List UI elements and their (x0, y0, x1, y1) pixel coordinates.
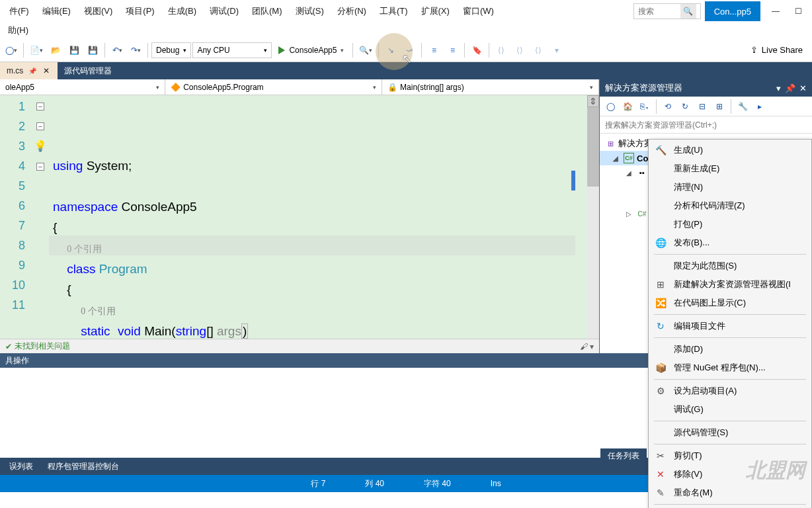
ctx-debug[interactable]: 调试(G) (649, 400, 811, 419)
solution-search[interactable] (600, 116, 812, 134)
menu-test[interactable]: 测试(S) (289, 1, 331, 21)
sln-back-button[interactable]: ◯ (602, 99, 618, 114)
fold-toggle[interactable]: − (36, 122, 44, 130)
menu-tools[interactable]: 工具(T) (373, 1, 415, 21)
ctx-codemap[interactable]: 🔀在代码图上显示(C) (649, 294, 811, 312)
save-button[interactable]: 💾 (65, 42, 83, 59)
editor-status-bar: ✔ 未找到相关问题 🖌 ▾ (0, 339, 599, 353)
maximize-button[interactable]: ☐ (787, 1, 809, 21)
ctx-publish[interactable]: 🌐发布(B)... (649, 233, 811, 252)
indent-right-icon: ≡ (450, 46, 455, 55)
lightbulb-icon[interactable]: 💡 (34, 140, 47, 151)
main-toolbar: ◯▾ 📄▾ 📂 💾 💾 ↶▾ ↷▾ Debug▾ Any CPU▾ Consol… (0, 38, 812, 62)
comment-button[interactable]: ≡ (425, 42, 442, 59)
ctx-cut[interactable]: ✂剪切(T) (649, 446, 811, 465)
menu-edit[interactable]: 编辑(E) (36, 1, 77, 21)
dropdown-icon[interactable]: ▾ (776, 83, 781, 93)
close-tab-icon[interactable]: ✕ (42, 66, 51, 75)
sln-preview-button[interactable]: ▸ (752, 99, 768, 114)
step-into-button[interactable]: ↘ (382, 42, 399, 59)
open-button[interactable]: 📂 (47, 42, 64, 59)
ctx-remove[interactable]: ✕移除(V) (649, 465, 811, 484)
ctx-scm[interactable]: 源代码管理(S) (649, 423, 811, 442)
sln-properties-button[interactable]: 🔧 (735, 99, 751, 114)
menu-view[interactable]: 视图(V) (77, 1, 119, 21)
menu-build[interactable]: 生成(B) (161, 1, 203, 21)
tb-extra-1[interactable]: ⟨⟩ (493, 42, 510, 59)
ctx-pack[interactable]: 打包(P) (649, 215, 811, 233)
undo-button[interactable]: ↶▾ (108, 42, 126, 59)
sln-collapse-button[interactable]: ⊟ (694, 99, 710, 114)
editor-vertical-scrollbar[interactable]: ⇕ (587, 95, 599, 339)
ctx-add[interactable]: 添加(D) (649, 340, 811, 359)
menu-help[interactable]: 助(H) (3, 23, 34, 38)
start-debug-button[interactable]: ConsoleApp5 ▾ (273, 42, 349, 59)
tab-source-control[interactable]: 源代码管理器 (58, 62, 118, 79)
nav-back-button[interactable]: ◯▾ (3, 42, 20, 59)
ctx-edit-proj[interactable]: ↻编辑项目文件 (649, 317, 811, 335)
ctx-clean[interactable]: 清理(N) (649, 178, 811, 196)
scrollbar-thumb[interactable] (587, 107, 599, 187)
toolbar-separator (731, 99, 731, 114)
tab-package-manager[interactable]: 程序包管理器控制台 (41, 458, 126, 475)
ctx-startup[interactable]: ⚙设为启动项目(A) (649, 382, 811, 400)
ctx-rebuild[interactable]: 重新生成(E) (649, 159, 811, 178)
menu-window[interactable]: 窗口(W) (456, 1, 501, 21)
ctx-new-view[interactable]: ⊞新建解决方案资源管理器视图(I (649, 275, 811, 294)
pin-icon[interactable]: 📌 (785, 83, 795, 93)
redo-button[interactable]: ↷▾ (127, 42, 144, 59)
ctx-build[interactable]: 🔨生成(U) (649, 141, 811, 159)
sln-home-button[interactable]: 🏠 (620, 99, 635, 114)
config-dropdown[interactable]: Debug▾ (151, 42, 191, 58)
menu-file[interactable]: 件(F) (3, 1, 36, 21)
tb-extra-3[interactable]: ⟨⟩ (530, 42, 547, 59)
ctx-analyze[interactable]: 分析和代码清理(Z) (649, 196, 811, 215)
nav-method-combo[interactable]: 🔒 Main(string[] args)▾ (382, 79, 599, 95)
live-share-button[interactable]: ⇪ Live Share (744, 45, 809, 55)
menu-project[interactable]: 项目(P) (119, 1, 161, 21)
tab-error-list[interactable]: 误列表 (3, 458, 40, 475)
quick-search[interactable]: 🔍 (633, 3, 701, 19)
menu-team[interactable]: 团队(M) (245, 1, 289, 21)
pin-icon[interactable]: 📌 (28, 67, 36, 75)
new-project-button[interactable]: 📄▾ (27, 42, 46, 59)
task-list-tab[interactable]: 任务列表 (600, 448, 647, 463)
sln-sync-button[interactable]: ⟲ (660, 99, 676, 114)
nav-project-combo[interactable]: oleApp5▾ (0, 79, 165, 95)
search-input[interactable] (634, 7, 680, 16)
menu-debug[interactable]: 调试(D) (203, 1, 245, 21)
step-over-button[interactable]: ⤻ (401, 42, 418, 59)
ctx-nuget[interactable]: 📦管理 NuGet 程序包(N)... (649, 359, 811, 377)
close-icon[interactable]: ✕ (799, 83, 807, 93)
save-all-button[interactable]: 💾 (84, 42, 101, 59)
find-in-files-button[interactable]: 🔍▾ (356, 42, 375, 59)
uncomment-button[interactable]: ≡ (444, 42, 461, 59)
ctx-scope[interactable]: 限定为此范围(S) (649, 257, 811, 275)
no-issues-indicator[interactable]: ✔ 未找到相关问题 (5, 341, 70, 352)
code-text-area[interactable]: using System; namespace ConsoleApp5 { 0 … (49, 95, 587, 339)
code-editor-pane: oleApp5▾ 🔶 ConsoleApp5.Program▾ 🔒 Main(s… (0, 79, 599, 353)
nav-class-combo[interactable]: 🔶 ConsoleApp5.Program▾ (165, 79, 382, 95)
platform-dropdown[interactable]: Any CPU▾ (192, 42, 272, 58)
tab-program-cs[interactable]: m.cs 📌 ✕ (0, 62, 58, 79)
tb-extra-4[interactable]: ▾ (548, 42, 565, 59)
sln-scope-button[interactable]: ⎘▾ (637, 99, 653, 114)
toolbar-separator (23, 43, 24, 58)
minimize-button[interactable]: — (764, 1, 787, 21)
search-button[interactable]: 🔍 (680, 4, 696, 19)
menu-analyze[interactable]: 分析(N) (331, 1, 373, 21)
ctx-rename[interactable]: ✎重命名(M) (649, 484, 811, 502)
split-editor-handle[interactable]: ⇕ (587, 95, 599, 107)
fold-toggle[interactable]: − (36, 163, 44, 171)
tb-extra-2[interactable]: ⟨⟩ (511, 42, 528, 59)
chevron-down-icon[interactable]: ◢ (613, 155, 621, 162)
sln-refresh-button[interactable]: ↻ (677, 99, 693, 114)
solution-search-input[interactable] (605, 120, 807, 130)
fold-toggle[interactable]: − (36, 103, 44, 110)
bookmark-button[interactable]: 🔖 (468, 42, 485, 59)
cleanup-brush-button[interactable]: 🖌 ▾ (580, 342, 594, 351)
sln-showall-button[interactable]: ⊞ (711, 99, 727, 114)
menu-extensions[interactable]: 扩展(X) (415, 1, 456, 21)
chevron-down-icon[interactable]: ◢ (626, 169, 634, 177)
chevron-right-icon[interactable]: ▷ (626, 210, 634, 218)
